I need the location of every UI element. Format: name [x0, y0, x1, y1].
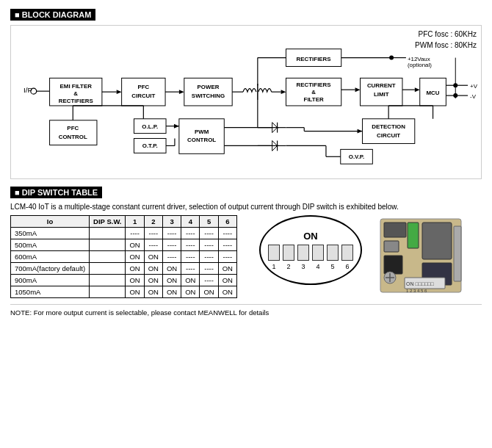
- dip-switch-2[interactable]: [283, 245, 294, 261]
- io-700: 700mA(factory default): [11, 263, 90, 275]
- dip-num-2: 2: [283, 263, 294, 270]
- dip-switch-section-title: ■ DIP SWITCH TABLE: [10, 187, 482, 198]
- svg-marker-19: [281, 90, 286, 94]
- sw3-500: ----: [162, 239, 181, 251]
- sw6-350: ----: [218, 228, 236, 239]
- table-row: 350mA ---- ---- ---- ---- ---- ----: [11, 228, 237, 239]
- dip-label-600: [90, 251, 126, 263]
- svg-marker-12: [179, 90, 184, 94]
- svg-text:SWITCHING: SWITCHING: [192, 93, 225, 99]
- sw4-700: ----: [181, 263, 200, 275]
- dip-switch-section: ■ DIP SWITCH TABLE LCM-40 IoT is a multi…: [10, 187, 482, 298]
- dip-table-wrap: Io DIP S.W. 1 2 3 4 5 6 350mA: [10, 215, 237, 298]
- sw4-500: ----: [181, 239, 200, 251]
- dip-num-4: 4: [312, 263, 324, 270]
- sw6-1050: ON: [218, 286, 236, 298]
- block-diagram-title-box: ■ BLOCK DIAGRAM: [10, 9, 95, 21]
- device-svg: ON □□□□□□ 1 2 3 4 5 6: [377, 215, 465, 296]
- dip-switch-3[interactable]: [297, 245, 309, 261]
- svg-marker-7: [117, 90, 122, 94]
- svg-text:CURRENT: CURRENT: [367, 82, 396, 89]
- sw5-500: ----: [200, 239, 218, 251]
- svg-rect-100: [422, 223, 452, 259]
- sw5-900: ----: [200, 275, 218, 286]
- svg-marker-34: [355, 87, 361, 92]
- dip-switches-row: [268, 245, 353, 261]
- svg-text:-V: -V: [470, 93, 477, 100]
- io-900: 900mA: [11, 275, 90, 286]
- dip-switch-title-box: ■ DIP SWITCH TABLE: [10, 187, 102, 198]
- svg-text:RECTIFIERS: RECTIFIERS: [59, 98, 93, 104]
- sw1-600: ON: [126, 251, 144, 263]
- sw5-350: ----: [200, 228, 218, 239]
- sw4-600: ----: [181, 251, 200, 263]
- svg-text:MCU: MCU: [427, 90, 440, 96]
- svg-text:PFC: PFC: [67, 125, 79, 131]
- svg-rect-99: [408, 223, 419, 248]
- dip-switch-5[interactable]: [327, 245, 339, 261]
- sw1-1050: ON: [126, 286, 144, 298]
- svg-text:RECTIFIERS: RECTIFIERS: [297, 82, 331, 88]
- svg-text:PWM: PWM: [195, 129, 209, 135]
- svg-marker-85: [358, 129, 363, 134]
- svg-text:CONTROL: CONTROL: [187, 137, 216, 143]
- dip-table-header-io: Io: [11, 216, 90, 228]
- dip-switch-6[interactable]: [341, 245, 353, 261]
- dip-switch-1[interactable]: [268, 245, 280, 261]
- sw1-350: ----: [126, 228, 144, 239]
- page: ■ BLOCK DIAGRAM PFC fosc : 60KHz PWM fos…: [0, 0, 492, 448]
- sw6-600: ----: [218, 251, 236, 263]
- io-600: 600mA: [11, 251, 90, 263]
- sw5-700: ----: [200, 263, 218, 275]
- sw4-350: ----: [181, 228, 200, 239]
- dip-table: Io DIP S.W. 1 2 3 4 5 6 350mA: [10, 215, 237, 298]
- block-diagram-section-title: ■ BLOCK DIAGRAM: [10, 9, 482, 21]
- dip-table-header-2: 2: [144, 216, 162, 228]
- sw1-500: ON: [126, 239, 144, 251]
- sw2-1050: ON: [144, 286, 162, 298]
- sw2-500: ----: [144, 239, 162, 251]
- sw1-700: ON: [126, 263, 144, 275]
- sw3-1050: ON: [162, 286, 181, 298]
- svg-text:POWER: POWER: [198, 84, 220, 90]
- svg-rect-96: [384, 223, 406, 237]
- note-text: NOTE: For more output current is selecta…: [10, 304, 482, 317]
- io-1050: 1050mA: [11, 286, 90, 298]
- dip-table-header-4: 4: [181, 216, 200, 228]
- sw2-700: ON: [144, 263, 162, 275]
- sw3-350: ----: [162, 228, 181, 239]
- svg-text:RECTIFIERS: RECTIFIERS: [297, 56, 331, 62]
- sw2-350: ----: [144, 228, 162, 239]
- table-row: 900mA ON ON ON ON ---- ON: [11, 275, 237, 286]
- svg-text:(optional): (optional): [408, 62, 432, 68]
- svg-text:O.V.P.: O.V.P.: [349, 153, 365, 160]
- device-image: ON □□□□□□ 1 2 3 4 5 6: [377, 215, 465, 297]
- sw6-900: ON: [218, 275, 236, 286]
- dip-num-6: 6: [341, 263, 353, 270]
- sw2-600: ON: [144, 251, 162, 263]
- dip-table-header-5: 5: [200, 216, 218, 228]
- dip-switch-visual: ON 1 2 3 4 5 6: [259, 215, 362, 285]
- table-row: 500mA ON ---- ---- ---- ---- ----: [11, 239, 237, 251]
- svg-marker-39: [415, 87, 420, 92]
- svg-text:CIRCUIT: CIRCUIT: [131, 93, 155, 99]
- table-row: 600mA ON ON ---- ---- ---- ----: [11, 251, 237, 263]
- svg-text:1 2 3 4 5 6: 1 2 3 4 5 6: [406, 289, 427, 293]
- dip-description: LCM-40 IoT is a multiple-stage constant …: [10, 203, 482, 211]
- dip-table-header-dipsw: DIP S.W.: [90, 216, 126, 228]
- svg-rect-97: [384, 241, 399, 252]
- sw2-900: ON: [144, 275, 162, 286]
- dip-num-row: 1 2 3 4 5 6: [268, 263, 353, 270]
- dip-label-350: [90, 228, 126, 239]
- dip-table-header-6: 6: [218, 216, 236, 228]
- table-row: 700mA(factory default) ON ON ON ---- ---…: [11, 263, 237, 275]
- sw3-600: ----: [162, 251, 181, 263]
- block-diagram-svg: I/P EMI FILTER & RECTIFIERS PFC CIRCUIT …: [11, 26, 481, 178]
- sw6-700: ON: [218, 263, 236, 275]
- dip-switch-4[interactable]: [312, 245, 324, 261]
- sw5-1050: ON: [200, 286, 218, 298]
- dip-label-700: [90, 263, 126, 275]
- svg-text:+12Vaux: +12Vaux: [408, 56, 430, 62]
- dip-num-1: 1: [268, 263, 280, 270]
- svg-text:LIMIT: LIMIT: [374, 91, 389, 98]
